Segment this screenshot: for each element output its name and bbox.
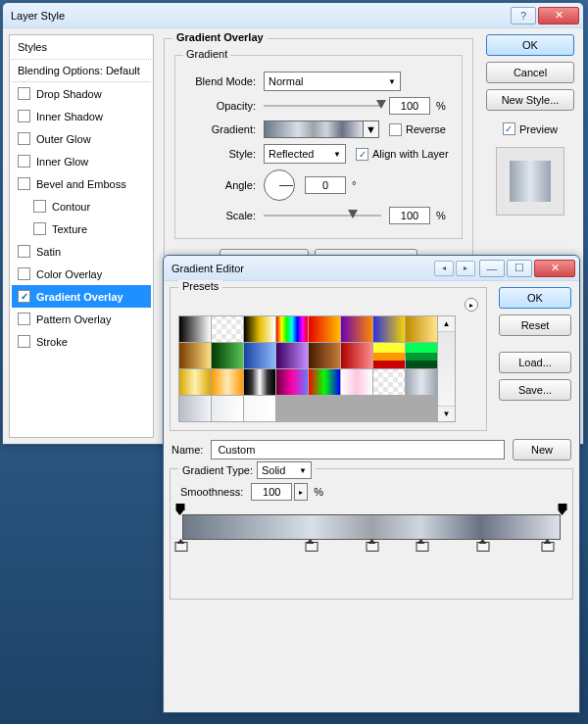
preset-swatch[interactable] [373,343,405,368]
preset-swatch[interactable] [244,369,275,395]
angle-dial[interactable] [264,169,295,201]
scale-input[interactable]: 100 [389,207,430,224]
color-stop[interactable] [175,540,186,552]
ge-reset-button[interactable]: Reset [499,314,571,336]
gradient-editor-titlebar[interactable]: Gradient Editor ◂ ▸ — ☐ ✕ [164,256,579,281]
preset-swatch[interactable] [309,316,340,342]
style-item-contour[interactable]: Contour [12,195,151,217]
checkbox-icon [389,123,402,136]
preset-swatch[interactable] [341,343,372,368]
gradient-swatch[interactable] [264,121,364,138]
nav-next-icon[interactable]: ▸ [456,261,475,276]
layer-style-titlebar[interactable]: Layer Style ? ✕ [3,3,583,28]
checkbox-icon [18,335,30,348]
style-item-inner-shadow[interactable]: Inner Shadow [12,105,151,127]
smoothness-dropdown[interactable]: ▸ [294,483,308,501]
color-stop[interactable] [305,540,316,552]
preview-checkbox[interactable]: ✓ Preview [503,122,558,135]
preset-scrollbar[interactable]: ▲ ▼ [438,315,456,422]
style-item-label: Inner Glow [36,156,88,168]
gradient-dropdown[interactable]: ▼ [364,121,379,138]
preset-swatch[interactable] [212,316,243,342]
preset-swatch[interactable] [373,316,405,342]
color-stop[interactable] [477,540,488,552]
preset-swatch[interactable] [406,343,437,368]
checkbox-icon [33,200,46,213]
blending-options-row[interactable]: Blending Options: Default [12,60,151,82]
opacity-input[interactable]: 100 [389,97,430,115]
style-item-bevel-and-emboss[interactable]: Bevel and Emboss [12,172,151,195]
angle-input[interactable]: 0 [305,176,346,194]
preset-swatch[interactable] [276,343,308,368]
preset-swatch[interactable] [373,369,405,395]
color-stop[interactable] [542,540,553,552]
opacity-slider[interactable] [264,100,381,112]
preset-swatch[interactable] [179,369,211,395]
color-stop[interactable] [416,540,426,552]
close-button[interactable]: ✕ [534,260,575,277]
opacity-stop[interactable] [176,504,185,512]
color-stop[interactable] [367,540,377,552]
preset-swatch[interactable] [341,369,372,395]
preset-swatch[interactable] [276,316,308,342]
align-checkbox[interactable]: ✓ Align with Layer [356,148,449,161]
style-item-stroke[interactable]: Stroke [12,330,151,353]
style-item-inner-glow[interactable]: Inner Glow [12,150,151,172]
style-item-pattern-overlay[interactable]: Pattern Overlay [12,308,151,330]
minimize-button[interactable]: — [479,260,505,277]
checkbox-icon [18,267,30,280]
preset-swatch[interactable] [244,396,275,421]
style-item-label: Gradient Overlay [36,291,123,303]
preset-swatch[interactable] [406,316,437,342]
close-button[interactable]: ✕ [538,7,579,24]
checkbox-icon [18,155,30,168]
reverse-checkbox[interactable]: Reverse [389,123,446,136]
opacity-label: Opacity: [185,100,264,112]
scroll-up-icon[interactable]: ▲ [438,316,455,332]
style-item-satin[interactable]: Satin [12,240,151,263]
scale-slider[interactable] [264,210,381,221]
preset-swatch[interactable] [179,396,211,421]
ge-ok-button[interactable]: OK [499,287,571,309]
gradient-bar[interactable] [182,514,561,540]
preset-swatch[interactable] [179,343,211,368]
style-select[interactable]: Reflected ▼ [264,144,346,164]
help-button[interactable]: ? [511,7,536,24]
maximize-button[interactable]: ☐ [507,260,532,277]
style-item-outer-glow[interactable]: Outer Glow [12,127,151,150]
ge-load-button[interactable]: Load... [499,352,571,373]
style-item-drop-shadow[interactable]: Drop Shadow [12,82,151,105]
scale-unit: % [436,210,446,221]
presets-menu-icon[interactable]: ▸ [465,298,478,312]
cancel-button[interactable]: Cancel [486,62,574,83]
preset-swatch[interactable] [406,369,437,395]
preset-swatch[interactable] [244,316,275,342]
style-item-color-overlay[interactable]: Color Overlay [12,263,151,285]
smoothness-input[interactable]: 100 [251,483,292,501]
ok-button[interactable]: OK [486,34,574,56]
name-input[interactable]: Custom [211,440,505,459]
blend-mode-select[interactable]: Normal ▼ [264,72,401,91]
opacity-stop[interactable] [559,504,567,512]
preset-swatch[interactable] [244,343,275,368]
new-style-button[interactable]: New Style... [486,89,574,111]
preset-swatch[interactable] [212,369,243,395]
preset-swatch[interactable] [212,343,243,368]
gtype-label: Gradient Type: [182,464,253,476]
preset-swatch[interactable] [309,343,340,368]
style-item-gradient-overlay[interactable]: ✓Gradient Overlay [12,285,151,308]
nav-prev-icon[interactable]: ◂ [434,261,454,276]
preset-swatch[interactable] [179,316,211,342]
preset-swatch[interactable] [309,369,340,395]
styles-header[interactable]: Styles [12,37,151,60]
checkbox-icon [18,132,30,145]
scroll-down-icon[interactable]: ▼ [438,406,455,421]
chevron-down-icon: ▼ [299,466,307,475]
ge-save-button[interactable]: Save... [499,379,571,401]
gtype-select[interactable]: Solid ▼ [257,461,312,479]
style-item-texture[interactable]: Texture [12,217,151,240]
preset-swatch[interactable] [212,396,243,421]
preset-swatch[interactable] [341,316,372,342]
new-button[interactable]: New [513,439,571,460]
preset-swatch[interactable] [276,369,308,395]
